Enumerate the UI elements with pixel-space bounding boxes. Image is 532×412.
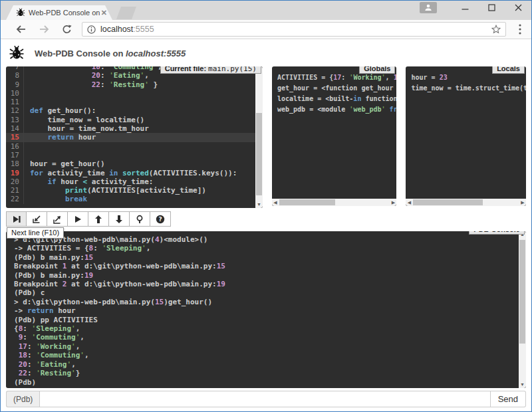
app-header: Web-PDB Console on localhost:5555 xyxy=(1,39,531,66)
info-icon[interactable] xyxy=(87,25,96,34)
tab-title: Web-PDB Console on localhost:5555 xyxy=(29,9,100,17)
tab-close-icon[interactable]: ✕ xyxy=(101,9,107,17)
toolbar-continue-button[interactable] xyxy=(68,211,88,227)
question-icon: ? xyxy=(156,215,165,224)
toolbar-stack-down-button[interactable] xyxy=(109,211,130,227)
url-bar[interactable]: localhost:5555 xyxy=(82,22,506,37)
code-line: hour = 23 xyxy=(411,72,521,83)
globals-scrollbar: ◀ ▶ xyxy=(272,199,397,206)
code-line: 22 break xyxy=(6,195,263,203)
code-line: (Pdb) pp ACTIVITIES xyxy=(14,316,518,324)
console-scrollbar-thumb[interactable] xyxy=(519,240,525,344)
page-title: Web-PDB Console on localhost:5555 xyxy=(35,49,186,58)
pdb-command-input[interactable] xyxy=(39,391,490,407)
toolbar-help-button[interactable]: ? xyxy=(150,211,171,227)
code-line: 20: 'Eating', xyxy=(14,360,518,369)
panels-row: Current file: main.py(15) 7 18: 'Commuti… xyxy=(1,66,531,208)
line-number: 22 xyxy=(6,195,24,203)
toolbar-step-out-button[interactable] xyxy=(47,211,68,227)
toolbar-next-line-button[interactable] xyxy=(6,211,27,227)
scroll-left-icon[interactable]: ◀ xyxy=(272,199,279,206)
person-icon[interactable] xyxy=(420,2,437,13)
step-out-icon xyxy=(53,215,62,224)
code-line: 9: 'Commuting', xyxy=(14,333,518,342)
locals-panel: Locals hour = 23time_now = time.struct_t… xyxy=(406,66,526,206)
code-line: (Pdb) xyxy=(14,378,518,387)
new-tab-button[interactable] xyxy=(116,7,136,19)
arrow-down-icon xyxy=(114,215,124,224)
code-editor[interactable]: 7 18: 'Commuting',8 20: 'Eating',9 22: '… xyxy=(6,66,263,204)
line-number: 15 xyxy=(6,133,24,142)
browser-url-toolbar: localhost:5555 xyxy=(1,20,531,39)
forward-arrow-icon[interactable] xyxy=(35,25,53,34)
editor-scrollbar-thumb[interactable] xyxy=(256,113,262,195)
scroll-right-icon[interactable]: ▶ xyxy=(519,199,526,206)
line-number: 14 xyxy=(6,124,24,133)
code-line: 14 hour = time_now.tm_hour xyxy=(6,124,263,133)
kebab-menu-icon[interactable] xyxy=(511,24,529,35)
map-marker-icon xyxy=(135,215,144,224)
pdb-console-output[interactable]: > d:\git\python-web-pdb\main.py(4)<modul… xyxy=(6,231,526,388)
code-line: 19for activity_time in sorted(ACTIVITIES… xyxy=(6,169,263,177)
code-line: web_pdb = <module 'web_pdb' from ' xyxy=(277,104,392,115)
step-into-icon xyxy=(32,215,41,224)
code-line: get_hour = <function get_hour at 0 xyxy=(277,83,392,94)
bug-icon xyxy=(9,45,25,61)
browser-window: Web-PDB Console on localhost:5555 ✕ xyxy=(0,0,532,412)
command-input-bar: (Pdb) Send xyxy=(6,391,526,407)
line-number: 18 xyxy=(6,159,24,168)
current-file-label: Current file: main.py(15) xyxy=(160,66,261,74)
code-line: 21 print(ACTIVITIES[activity_time]) xyxy=(6,186,263,195)
code-line: 20 if hour < activity_time: xyxy=(6,177,263,186)
line-number: 10 xyxy=(6,89,24,98)
scroll-left-icon[interactable]: ◀ xyxy=(406,199,412,206)
code-line: (Pdb) b main.py:15 xyxy=(14,253,518,262)
globals-panel: Globals ACTIVITIES = {17: 'Working', 18:… xyxy=(272,66,397,206)
step-forward-icon xyxy=(12,215,21,224)
arrow-up-icon xyxy=(94,215,103,224)
code-line: 18hour = get_hour() xyxy=(6,159,263,168)
console-scrollbar: ▲ ▼ xyxy=(519,231,526,388)
locals-scrollbar-thumb[interactable] xyxy=(413,199,483,205)
toolbar-where-button[interactable] xyxy=(130,211,150,227)
window-close-icon[interactable] xyxy=(505,1,531,14)
toolbar-stack-up-button[interactable] xyxy=(88,211,109,227)
tooltip: Next line (F10) xyxy=(7,227,64,239)
star-icon[interactable] xyxy=(491,25,501,34)
refresh-icon[interactable] xyxy=(58,25,75,35)
line-number: 9 xyxy=(6,80,24,89)
current-file-panel: Current file: main.py(15) 7 18: 'Commuti… xyxy=(6,66,263,208)
editor-scrollbar: ▼ xyxy=(255,66,263,208)
minimize-icon[interactable] xyxy=(452,1,478,14)
debug-toolbar: ? xyxy=(6,211,531,227)
toolbar-step-into-button[interactable] xyxy=(27,211,47,227)
browser-tab[interactable]: Web-PDB Console on localhost:5555 ✕ xyxy=(6,5,112,20)
globals-scrollbar-thumb[interactable] xyxy=(279,199,335,205)
scroll-down-icon[interactable]: ▼ xyxy=(255,201,263,208)
code-line: 12def get_hour(): xyxy=(6,106,263,115)
line-number: 13 xyxy=(6,116,24,124)
globals-label: Globals xyxy=(359,66,395,74)
code-line: 15 return hour xyxy=(6,133,263,142)
pdb-console-label: PDB Console xyxy=(469,231,525,235)
code-line: (Pdb) c xyxy=(14,288,518,297)
code-line: Breakpoint 2 at d:\git\python-web-pdb\ma… xyxy=(14,280,518,288)
code-line: 22: 'Resting'} xyxy=(14,369,518,377)
send-button[interactable]: Send xyxy=(491,391,526,407)
scroll-down-icon[interactable]: ▼ xyxy=(519,381,526,388)
line-number: 7 xyxy=(6,66,24,71)
scroll-right-icon[interactable]: ▶ xyxy=(390,199,396,206)
back-arrow-icon[interactable] xyxy=(13,25,30,34)
code-line: localtime = <built-in function loc xyxy=(277,94,392,104)
code-line: 10 xyxy=(6,89,263,98)
line-number: 16 xyxy=(6,142,24,151)
line-number: 21 xyxy=(6,186,24,195)
code-line: > d:\git\python-web-pdb\main.py(15)get_h… xyxy=(14,298,518,306)
code-line: 16 xyxy=(6,142,263,151)
code-line: 17: 'Working', xyxy=(14,342,518,351)
maximize-icon[interactable] xyxy=(478,1,505,14)
code-line: 17 xyxy=(6,151,263,159)
code-line: Breakpoint 1 at d:\git\python-web-pdb\ma… xyxy=(14,262,518,270)
line-number: 19 xyxy=(6,169,24,177)
code-line: 9 22: 'Resting' } xyxy=(6,80,263,89)
